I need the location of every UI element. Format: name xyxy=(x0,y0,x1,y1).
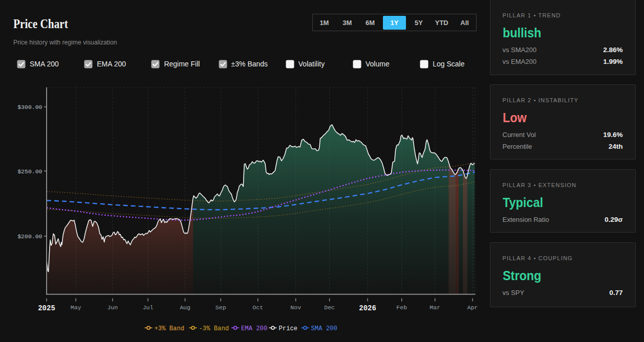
svg-text:$200.00: $200.00 xyxy=(17,233,42,240)
svg-text:2026: 2026 xyxy=(359,304,376,312)
svg-text:EMA 200: EMA 200 xyxy=(241,325,267,332)
svg-text:Jul: Jul xyxy=(143,304,154,311)
svg-text:Sep: Sep xyxy=(216,304,226,311)
svg-text:May: May xyxy=(71,304,81,311)
svg-text:-3% Band: -3% Band xyxy=(199,325,229,332)
svg-text:Oct: Oct xyxy=(252,304,263,311)
svg-text:Apr: Apr xyxy=(467,304,478,311)
svg-text:SMA 200: SMA 200 xyxy=(311,325,337,332)
svg-text:Dec: Dec xyxy=(324,304,335,311)
svg-text:$300.00: $300.00 xyxy=(17,104,42,110)
svg-text:Aug: Aug xyxy=(180,304,190,311)
svg-text:Nov: Nov xyxy=(290,304,301,311)
svg-text:+3% Band: +3% Band xyxy=(155,325,185,332)
svg-text:Jun: Jun xyxy=(107,304,118,311)
svg-text:Feb: Feb xyxy=(396,304,407,311)
svg-text:$250.00: $250.00 xyxy=(17,168,42,175)
svg-text:Mar: Mar xyxy=(430,304,440,311)
svg-text:Price: Price xyxy=(279,325,298,332)
svg-text:2025: 2025 xyxy=(38,304,55,312)
